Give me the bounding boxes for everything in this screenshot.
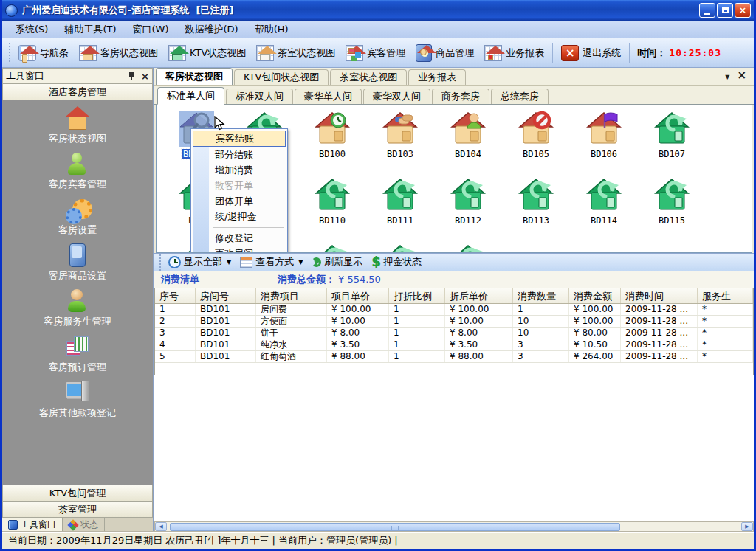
close-icon[interactable] — [141, 72, 149, 81]
table-row[interactable]: 1BD101房间费¥ 100.001¥ 100.001¥ 100.002009-… — [155, 304, 753, 316]
exit-system-button[interactable]: 退出系统 — [556, 43, 626, 63]
room-item[interactable]: BD107 — [638, 110, 706, 176]
toolbar-button[interactable]: 宾客管理 — [340, 43, 410, 63]
room-item[interactable]: BD111 — [366, 176, 434, 243]
context-menu-item[interactable]: 更改房间 — [193, 246, 286, 253]
minimize-button[interactable] — [699, 3, 715, 18]
table-header-cell[interactable]: 打折比例 — [389, 288, 445, 303]
close-button[interactable]: × — [735, 3, 751, 18]
room-item[interactable]: BD110 — [298, 176, 366, 243]
context-menu-item[interactable]: 增加消费 — [193, 162, 286, 178]
sidebar-group-button[interactable]: KTV包间管理 — [2, 485, 153, 501]
toolbar-button[interactable]: 商品管理 — [410, 42, 479, 64]
consumption-toolbar-button[interactable]: 查看方式 — [236, 254, 307, 270]
table-header-cell[interactable]: 消费项目 — [256, 288, 327, 303]
table-cell: 饼干 — [256, 328, 327, 339]
room-item[interactable]: BD120 — [434, 243, 502, 253]
sidebar-bottom-tab[interactable]: 状态 — [63, 518, 105, 532]
document-tab[interactable]: 业务报表 — [408, 69, 466, 85]
room-label: BD104 — [453, 149, 483, 159]
menu-item[interactable]: 帮助(H) — [247, 21, 296, 38]
sidebar-item[interactable]: 客房服务生管理 — [2, 289, 153, 335]
room-type-tab[interactable]: 豪华双人间 — [363, 89, 430, 104]
table-header-cell[interactable]: 序号 — [155, 288, 196, 303]
sidebar-bottom-tab[interactable]: 工具窗口 — [2, 518, 63, 532]
scroll-left-icon[interactable]: ◀ — [155, 522, 167, 531]
menu-item[interactable]: 窗口(W) — [126, 21, 176, 38]
sidebar-item[interactable]: 客房商品设置 — [2, 243, 153, 289]
room-item[interactable]: BD119 — [366, 243, 434, 253]
table-row[interactable]: 3BD101饼干¥ 8.001¥ 8.0010¥ 80.002009-11-28… — [155, 328, 753, 339]
table-cell: * — [698, 304, 753, 315]
sidebar-item[interactable]: 客房预订管理 — [2, 335, 153, 381]
table-header-cell[interactable]: 房间号 — [196, 288, 256, 303]
room-label: BD103 — [385, 149, 415, 159]
table-header-cell[interactable]: 服务生 — [698, 288, 753, 303]
room-item[interactable]: BD118 — [298, 243, 366, 253]
sidebar-item[interactable]: 客房设置 — [2, 198, 153, 243]
sidebar-item[interactable]: 客房其他款项登记 — [2, 381, 153, 426]
sidebar-group-hotel-rooms[interactable]: 酒店客房管理 — [2, 84, 153, 100]
menu-item[interactable]: 系统(S) — [8, 21, 55, 38]
document-tab[interactable]: 客房状态视图 — [156, 68, 233, 85]
room-item[interactable]: BD105 — [502, 110, 570, 176]
menu-item[interactable]: 辅助工具(T) — [57, 21, 123, 38]
consumption-toolbar-button[interactable]: 显示全部 — [164, 254, 236, 270]
toolbar-button[interactable]: KTV状态视图 — [163, 43, 251, 63]
context-menu-item[interactable]: 团体开单 — [193, 193, 286, 209]
table-header-cell[interactable]: 消费数量 — [513, 288, 569, 303]
room-type-tab[interactable]: 标准双人间 — [226, 89, 293, 104]
tab-list-dropdown-icon[interactable] — [725, 68, 729, 82]
context-menu-item[interactable]: 散客开单 — [193, 178, 286, 193]
sidebar-item[interactable]: 客房状态视图 — [2, 106, 153, 152]
sidebar-group-button[interactable]: 茶室管理 — [2, 501, 153, 517]
room-item[interactable]: BD114 — [570, 176, 638, 243]
toolbar-button[interactable]: 业务报表 — [479, 43, 549, 63]
room-item[interactable]: BD104 — [434, 110, 502, 176]
room-item[interactable]: BD115 — [638, 176, 706, 243]
room-house-icon — [586, 111, 622, 147]
table-cell: ¥ 8.00 — [327, 328, 389, 339]
document-tab[interactable]: KTV包间状态视图 — [234, 69, 329, 85]
pin-icon[interactable] — [128, 72, 135, 81]
context-menu-item[interactable] — [193, 224, 286, 230]
sidebar-item[interactable]: 客房宾客管理 — [2, 152, 153, 198]
table-row[interactable]: 2BD101方便面¥ 10.001¥ 10.0010¥ 100.002009-1… — [155, 316, 753, 328]
room-type-tab[interactable]: 标准单人间 — [157, 87, 224, 105]
table-cell: 2009-11-28 ... — [621, 339, 698, 350]
room-type-tab[interactable]: 商务套房 — [432, 89, 489, 104]
sidebar-title: 工具窗口 — [6, 69, 44, 83]
room-type-tab[interactable]: 总统套房 — [491, 89, 549, 104]
menu-item[interactable]: 数据维护(D) — [178, 21, 246, 38]
table-header-cell[interactable]: 折后单价 — [445, 288, 513, 303]
context-menu-item[interactable]: 部分结账 — [193, 147, 286, 162]
close-tab-icon[interactable] — [737, 68, 746, 82]
room-item[interactable]: BD106 — [570, 110, 638, 176]
context-menu-item[interactable]: 续/退押金 — [193, 209, 286, 224]
room-item[interactable]: BD100 — [298, 110, 366, 176]
consumption-toolbar-button[interactable]: 刷新显示 — [307, 254, 367, 270]
scrollbar-thumb[interactable] — [170, 523, 620, 531]
room-item[interactable]: BD112 — [434, 176, 502, 243]
consumption-toolbar-button[interactable]: 押金状态 — [367, 253, 426, 271]
toolbar-button[interactable]: 客房状态视图 — [74, 43, 163, 63]
table-row[interactable]: 5BD101红葡萄酒¥ 88.001¥ 88.003¥ 264.002009-1… — [155, 351, 753, 363]
context-menu-item[interactable]: 修改登记 — [193, 230, 286, 246]
room-type-tab[interactable]: 豪华单人间 — [295, 89, 362, 104]
table-cell: ¥ 100.00 — [327, 304, 389, 315]
room-label: BD100 — [317, 149, 347, 159]
scroll-right-icon[interactable]: ▶ — [741, 522, 753, 531]
table-header-cell[interactable]: 项目单价 — [327, 288, 389, 303]
table-header-cell[interactable]: 消费时间 — [621, 288, 698, 303]
room-item[interactable]: BD113 — [502, 176, 570, 243]
context-menu-item[interactable]: 宾客结账 — [193, 131, 286, 147]
table-header-cell[interactable]: 消费金额 — [569, 288, 621, 303]
table-empty-row — [155, 363, 753, 375]
document-tab[interactable]: 茶室状态视图 — [330, 69, 407, 85]
horizontal-scrollbar[interactable]: ◀ ▶ — [154, 521, 754, 532]
maximize-button[interactable] — [717, 3, 733, 18]
room-item[interactable]: BD103 — [366, 110, 434, 176]
table-row[interactable]: 4BD101纯净水¥ 3.501¥ 3.503¥ 10.502009-11-28… — [155, 339, 753, 351]
toolbar-button[interactable]: 导航条 — [13, 43, 74, 63]
toolbar-button[interactable]: 茶室状态视图 — [251, 43, 340, 63]
